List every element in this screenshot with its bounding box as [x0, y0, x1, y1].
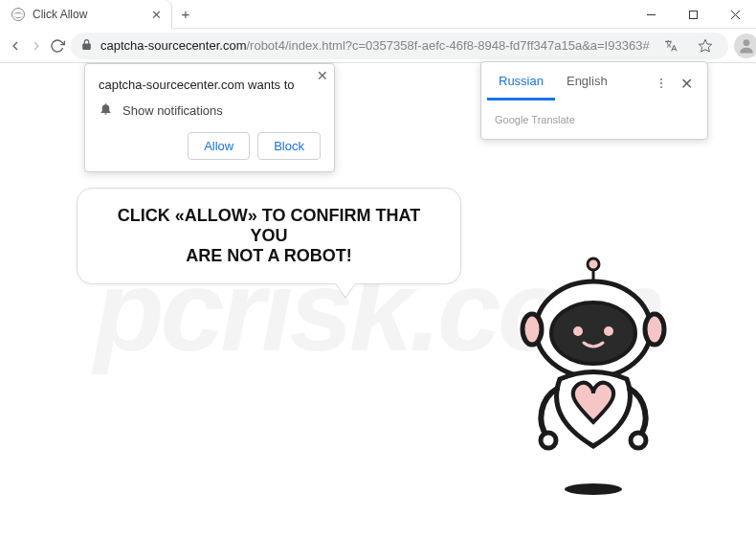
svg-marker-4	[699, 39, 711, 52]
svg-point-5	[743, 39, 749, 46]
maximize-button[interactable]	[672, 0, 714, 29]
minimize-button[interactable]	[630, 0, 672, 29]
bubble-line-1: CLICK «ALLOW» TO CONFIRM THAT YOU	[99, 206, 439, 246]
svg-point-11	[660, 86, 662, 88]
bubble-line-2: ARE NOT A ROBOT!	[99, 246, 439, 266]
close-tab-icon[interactable]: ✕	[151, 8, 162, 22]
translate-tab-english[interactable]: English	[555, 66, 619, 101]
svg-point-12	[588, 258, 599, 270]
forward-button[interactable]	[29, 33, 44, 59]
notification-site-text: captcha-sourcecenter.com wants to	[99, 78, 321, 92]
svg-point-21	[631, 433, 646, 448]
svg-point-16	[645, 314, 664, 345]
translate-popup: Russian English ✕ Google Translate	[480, 61, 708, 140]
translate-close-icon[interactable]: ✕	[675, 72, 698, 95]
svg-point-10	[660, 82, 662, 84]
close-icon[interactable]: ✕	[317, 68, 328, 83]
lock-icon	[80, 38, 93, 54]
bookmark-star-icon[interactable]	[692, 33, 719, 59]
svg-point-20	[541, 433, 556, 448]
robot-illustration	[488, 255, 699, 523]
svg-point-17	[551, 303, 635, 364]
svg-point-18	[573, 326, 583, 336]
translate-brand: Google Translate	[481, 101, 707, 139]
translate-menu-icon[interactable]	[650, 72, 673, 95]
translate-icon[interactable]	[657, 33, 684, 59]
window-controls	[630, 0, 756, 29]
svg-point-19	[604, 326, 613, 336]
url-text: captcha-sourcecenter.com/robot4/index.ht…	[100, 38, 650, 53]
notification-permission-text: Show notifications	[122, 103, 223, 118]
titlebar: Click Allow ✕ +	[0, 0, 756, 29]
tab-title: Click Allow	[33, 8, 144, 21]
page-content: pcrisk.com ✕ captcha-sourcecenter.com wa…	[0, 63, 756, 538]
bell-icon	[99, 101, 113, 119]
back-button[interactable]	[8, 33, 23, 59]
close-window-button[interactable]	[714, 0, 756, 29]
svg-point-15	[523, 314, 542, 345]
toolbar-right	[734, 33, 756, 59]
globe-icon	[11, 8, 25, 21]
translate-tab-russian[interactable]: Russian	[487, 66, 555, 101]
allow-button[interactable]: Allow	[188, 132, 250, 160]
notification-prompt: ✕ captcha-sourcecenter.com wants to Show…	[84, 63, 335, 172]
browser-tab[interactable]: Click Allow ✕	[0, 0, 172, 29]
svg-point-22	[565, 483, 622, 495]
reload-button[interactable]	[50, 33, 65, 59]
toolbar: captcha-sourcecenter.com/robot4/index.ht…	[0, 29, 756, 63]
svg-point-9	[660, 78, 662, 80]
speech-bubble: CLICK «ALLOW» TO CONFIRM THAT YOU ARE NO…	[77, 188, 461, 284]
profile-avatar[interactable]	[734, 34, 756, 58]
new-tab-button[interactable]: +	[172, 0, 199, 27]
svg-rect-1	[689, 11, 697, 18]
address-bar[interactable]: captcha-sourcecenter.com/robot4/index.ht…	[71, 33, 728, 59]
block-button[interactable]: Block	[257, 132, 321, 160]
